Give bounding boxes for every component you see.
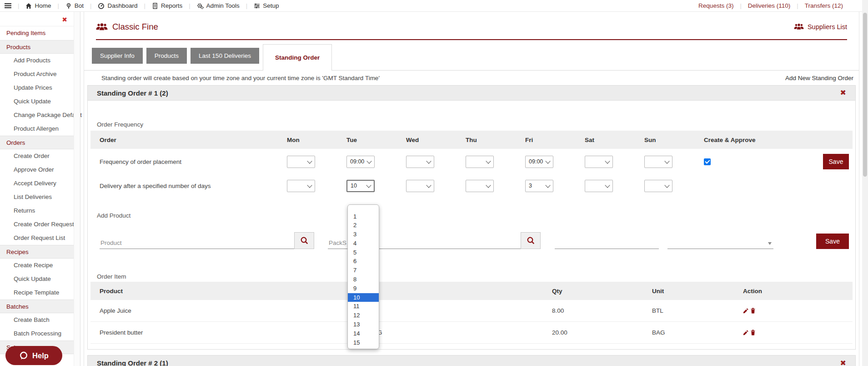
delivery-days-select-fri[interactable]: 3 — [525, 180, 553, 192]
chevron-down-icon — [426, 183, 431, 188]
sidebar-item-recipe-template[interactable]: Recipe Template — [0, 286, 80, 300]
sidebar-item-recipes[interactable]: Recipes — [0, 245, 80, 259]
dropdown-option[interactable]: 5 — [348, 248, 379, 257]
dropdown-option[interactable]: 4 — [348, 239, 379, 248]
chevron-down-icon — [307, 183, 312, 188]
divider: | — [246, 2, 247, 9]
dropdown-option[interactable]: 9 — [348, 284, 379, 293]
col-action: Action — [743, 288, 843, 295]
sidebar-item-add-products[interactable]: Add Products — [0, 54, 80, 67]
nav-item-bot[interactable]: Bot — [65, 2, 84, 9]
qty-cell: 20.00 — [552, 329, 652, 336]
sidebar-item-returns[interactable]: Returns — [0, 204, 80, 218]
sidebar-item-orders[interactable]: Orders — [0, 136, 80, 149]
sidebar-item-create-recipe[interactable]: Create Recipe — [0, 259, 80, 272]
quantity-input[interactable] — [555, 237, 659, 249]
tab-supplier-info[interactable]: Supplier Info — [92, 48, 143, 64]
dropdown-option-selected[interactable]: 10 — [348, 293, 379, 302]
dropdown-option[interactable]: 13 — [348, 320, 379, 329]
save-frequency-button[interactable]: Save — [823, 154, 849, 169]
frequency-select-sat[interactable] — [585, 156, 613, 168]
tab-products[interactable]: Products — [146, 48, 187, 64]
delivery-days-select-sun[interactable] — [644, 180, 672, 192]
sidebar-item-update-prices[interactable]: Update Prices — [0, 81, 80, 95]
delete-icon[interactable] — [750, 308, 756, 314]
delivery-days-select-sat[interactable] — [585, 180, 613, 192]
sidebar-item-product-archive[interactable]: Product Archive — [0, 67, 80, 81]
chevron-down-icon — [307, 158, 312, 163]
pack-size-search-button[interactable] — [521, 232, 541, 249]
product-search-input[interactable] — [100, 237, 294, 249]
delivery-days-select-tue[interactable]: 10 — [346, 180, 375, 192]
nav-item-dashboard[interactable]: Dashboard — [98, 2, 137, 9]
frequency-select-sun[interactable] — [644, 156, 672, 168]
create-approve-checkbox[interactable] — [704, 158, 711, 165]
unit-combobox-input[interactable] — [667, 237, 773, 249]
sidebar-item-create-order-request[interactable]: Create Order Request — [0, 218, 80, 231]
dropdown-option[interactable]: 14 — [348, 329, 379, 338]
sidebar-item-create-order[interactable]: Create Order — [0, 149, 80, 163]
dropdown-option[interactable]: 6 — [348, 257, 379, 266]
dropdown-option[interactable]: 12 — [348, 311, 379, 320]
edit-icon[interactable] — [743, 330, 749, 336]
sidebar-item-quick-update[interactable]: Quick Update — [0, 95, 80, 108]
delete-icon[interactable] — [750, 330, 756, 336]
tab-last-150-deliveries[interactable]: Last 150 Deliveries — [191, 48, 259, 64]
dropdown-option[interactable]: 11 — [348, 302, 379, 311]
frequency-select-wed[interactable] — [406, 156, 434, 168]
tab-standing-order[interactable]: Standing Order — [263, 44, 332, 71]
sidebar-close-button[interactable]: ✖ — [62, 16, 67, 23]
dropdown-option[interactable]: 8 — [348, 275, 379, 284]
sidebar-item-change-package-default[interactable]: Change Package Default — [0, 108, 80, 122]
save-product-button[interactable]: Save — [816, 234, 849, 249]
search-icon — [300, 236, 309, 245]
nav-item-reports[interactable]: Reports — [152, 2, 182, 9]
sidebar-item-products[interactable]: Products — [0, 40, 80, 54]
sidebar-item-pending-items[interactable]: Pending Items — [0, 26, 80, 40]
sidebar-item-accept-delivery[interactable]: Accept Delivery — [0, 177, 80, 190]
delivery-days-select-wed[interactable] — [406, 180, 434, 192]
nav-item-admin-tools[interactable]: Admin Tools — [197, 2, 240, 9]
delivery-days-select-mon[interactable] — [287, 180, 315, 192]
frequency-select-tue[interactable]: 09:00 — [346, 156, 375, 168]
sidebar-item-batches[interactable]: Batches — [0, 300, 80, 313]
add-new-standing-order-link[interactable]: Add New Standing Order — [785, 75, 853, 81]
home-icon — [25, 3, 32, 9]
sidebar-item-order-request-list[interactable]: Order Request List — [0, 231, 80, 245]
sidebar-item-list-deliveries[interactable]: List Deliveries — [0, 190, 80, 204]
sidebar-menu: Pending Items Products Add Products Prod… — [0, 26, 80, 354]
sidebar-item-product-allergen[interactable]: Product Allergen — [0, 122, 80, 136]
product-search-button[interactable] — [294, 232, 314, 249]
nav-item-home[interactable]: Home — [25, 2, 51, 9]
frequency-select-fri[interactable]: 09:00 — [525, 156, 553, 168]
sidebar-item-batch-processing[interactable]: Batch Processing — [0, 327, 80, 341]
nav-item-requests[interactable]: Requests (3) — [698, 2, 733, 9]
sidebar-item-approve-order[interactable]: Approve Order — [0, 163, 80, 177]
nav-item-deliveries[interactable]: Deliveries (110) — [748, 2, 791, 9]
suppliers-list-link[interactable]: Suppliers List — [794, 23, 847, 30]
divider: | — [740, 2, 741, 9]
page-scrollbar[interactable] — [862, 0, 868, 366]
sidebar-item-quick-update-recipes[interactable]: Quick Update — [0, 272, 80, 286]
dropdown-option[interactable]: 3 — [348, 230, 379, 239]
dropdown-option[interactable]: 15 — [348, 338, 379, 347]
scrollbar-thumb[interactable] — [863, 13, 867, 177]
delivery-days-select-thu[interactable] — [466, 180, 494, 192]
frequency-select-thu[interactable] — [466, 156, 494, 168]
edit-icon[interactable] — [743, 308, 749, 314]
sidebar-item-create-batch[interactable]: Create Batch — [0, 313, 80, 327]
close-icon[interactable]: ✖ — [840, 89, 846, 97]
frequency-select-mon[interactable] — [287, 156, 315, 168]
hamburger-menu-icon[interactable] — [5, 3, 11, 9]
close-icon[interactable]: ✖ — [840, 360, 846, 366]
sidebar-scrollbar[interactable] — [74, 12, 80, 366]
dropdown-option[interactable]: 1 — [348, 212, 379, 221]
nav-item-transfers[interactable]: Transfers (12) — [805, 2, 843, 9]
nav-item-setup[interactable]: Setup — [254, 2, 279, 9]
dropdown-option[interactable]: 2 — [348, 221, 379, 230]
col-tue: Tue — [346, 137, 406, 143]
dropdown-option[interactable]: 7 — [348, 266, 379, 275]
users-icon — [794, 23, 804, 30]
help-button[interactable]: Help — [5, 346, 62, 365]
col-sun: Sun — [644, 137, 704, 143]
